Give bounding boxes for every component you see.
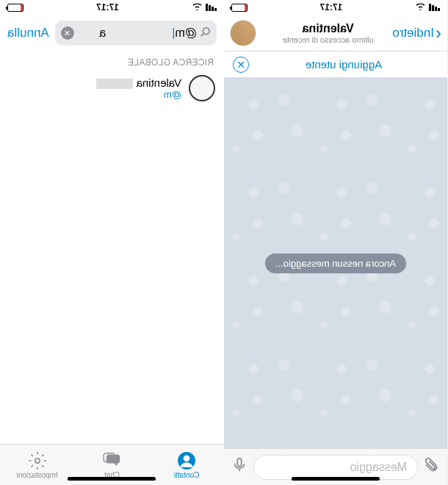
attachment-icon[interactable] [424,457,440,478]
close-icon[interactable]: ✕ [233,57,249,73]
tab-label: Contatti [174,471,199,479]
home-indicator[interactable] [68,477,156,481]
person-icon [177,451,196,470]
result-name: Valentina [9,76,181,89]
clock: 17:17 [320,2,343,12]
search-input[interactable]: @m|a ✕ [55,21,217,46]
search-query: @m|a [74,26,197,40]
svg-point-4 [35,458,40,463]
add-user-button[interactable]: Aggiungi utente [249,58,438,71]
chat-contact-name: Valentina [256,22,400,35]
battery-icon [7,4,24,12]
chat-screen: 17:17 ‹ Indietro Valentina ultimo access… [224,0,448,485]
gear-icon [28,451,47,470]
section-header: RICERCA GLOBALE [0,51,224,71]
add-user-banner: Aggiungi utente ✕ [224,51,447,78]
wifi-icon [415,2,426,12]
message-input[interactable]: Messaggio [253,455,418,480]
microphone-icon[interactable] [231,457,248,478]
redacted-text [96,79,133,89]
cellular-signal-icon [429,4,440,11]
search-header: @m|a ✕ Annulla [0,15,224,51]
battery-icon [231,4,248,12]
avatar [189,75,215,101]
contacts-search-screen: 17:17 @m|a ✕ Annulla RICERCA GLOBALE Val… [0,0,224,485]
chat-header: ‹ Indietro Valentina ultimo accesso di r… [224,15,447,51]
chat-messages-area[interactable]: Ancora nessun messaggio... [224,78,447,448]
back-button[interactable]: ‹ Indietro [392,23,441,43]
tab-label: Impostazioni [17,471,58,479]
tab-contacts[interactable]: Contatti [149,445,224,485]
no-messages-pill: Ancora nessun messaggio... [265,254,406,273]
cancel-button[interactable]: Annulla [7,26,49,40]
chevron-left-icon: ‹ [436,23,441,43]
status-bar: 17:17 [224,0,447,15]
home-indicator[interactable] [292,477,380,481]
tab-settings[interactable]: Impostazioni [0,445,75,485]
svg-rect-0 [237,458,242,466]
clear-icon[interactable]: ✕ [61,26,74,40]
search-results[interactable]: Valentina @m [0,71,224,444]
wifi-icon [192,2,203,12]
avatar[interactable] [230,20,256,46]
cellular-signal-icon [206,4,217,11]
chat-bubble-icon [103,451,122,470]
svg-point-3 [184,455,190,461]
result-handle: @m [9,89,181,100]
svg-point-1 [203,27,209,34]
chat-last-seen: ultimo accesso di recente [256,35,400,44]
clock: 17:17 [96,2,119,12]
search-icon [200,26,211,40]
search-result-row[interactable]: Valentina @m [0,71,224,106]
message-placeholder: Messaggio [350,461,407,474]
chat-title-area[interactable]: Valentina ultimo accesso di recente [256,22,400,44]
status-bar: 17:17 [0,0,224,15]
